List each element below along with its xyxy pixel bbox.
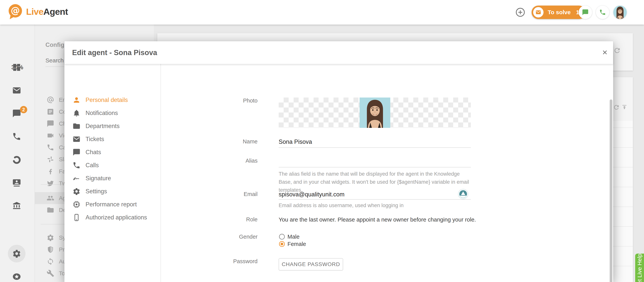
academy-icon[interactable] [12,201,21,210]
email-input[interactable]: spisova@qualityunit.com [279,191,344,198]
call-icon [46,144,54,151]
upload-icon[interactable] [621,104,628,111]
agents-icon [46,194,54,202]
logo-text-live: Live [26,7,43,17]
refresh-icon[interactable] [613,47,621,54]
bell-icon [72,109,80,117]
smartphone-icon [72,213,80,221]
divider [160,64,161,282]
system-icon [46,234,54,241]
to-solve-button[interactable]: To solve 1 [532,6,586,19]
app-header: @ LiveAgent To solve 1 [0,0,644,25]
modal-title: Edit agent - Sona Pisova [72,49,157,57]
gear-icon [72,187,80,195]
tab-personal-details[interactable]: Personal details [64,94,160,106]
to-solve-label: To solve [548,9,570,16]
tab-signature[interactable]: Signature [64,173,160,184]
envelope-icon [533,7,544,18]
tab-notifications[interactable]: Notifications [64,107,160,119]
tab-chats[interactable]: Chats [64,146,160,158]
get-live-help-tab[interactable]: Get Live Help [635,253,644,282]
chat-icon [46,120,54,127]
donut-chart-icon[interactable] [12,155,21,164]
phone-icon[interactable] [12,132,21,141]
add-new-button[interactable] [515,7,526,18]
tab-calls[interactable]: Calls [64,160,160,171]
facebook-icon [46,168,54,175]
gender-label: Gender [177,234,258,240]
alias-helper-text: The alias field is the name that will be… [279,170,472,194]
modal-header: Edit agent - Sona Pisova [64,41,613,64]
refresh-icon[interactable] [613,104,620,111]
role-label: Role [177,216,258,223]
chat-icon [582,9,589,16]
gender-male-radio[interactable] [279,234,285,239]
calls-button[interactable] [596,6,609,19]
star-circle-icon[interactable] [12,272,21,281]
modal-body: Personal details Notifications Departmen… [64,64,613,282]
person-icon [72,96,80,104]
dashboard-icon[interactable] [12,63,21,72]
departments-icon [46,206,54,214]
photo-dropzone[interactable] [279,98,471,128]
automation-icon [46,258,54,265]
email-helper-text: Email address is also username, used whe… [279,201,472,209]
tab-authorized-applications[interactable]: Authorized applications [64,212,160,223]
twitter-icon [46,179,54,187]
gender-female-label[interactable]: Female [288,241,306,247]
shield-icon [46,246,54,253]
liveagent-logo: @ LiveAgent [6,3,68,20]
tab-tickets[interactable]: Tickets [64,133,160,145]
chats-button[interactable] [578,6,592,19]
video-icon [46,132,54,139]
edit-agent-modal: Edit agent - Sona Pisova Personal detail… [64,41,613,282]
email-label: Email [177,191,258,197]
contact-card-icon[interactable] [12,178,21,187]
svg-text:@: @ [11,5,20,16]
liveagent-logo-icon: @ [6,3,24,20]
change-password-button[interactable]: CHANGE PASSWORD [279,258,343,270]
user-avatar[interactable] [613,6,627,19]
role-text: You are the last owner. Please appoint a… [279,216,476,223]
alias-label: Alias [177,158,258,164]
gear-icon[interactable] [12,249,21,258]
folder-icon [72,122,80,130]
tab-performance-report[interactable]: Performance report [64,199,160,210]
mail-icon[interactable] [12,86,21,95]
name-label: Name [177,138,258,145]
tab-departments[interactable]: Departments [64,120,160,132]
agent-photo [360,98,390,128]
get-live-help-label: Get Live Help [636,253,643,282]
tools-icon [46,269,54,277]
plus-circle-icon [515,7,526,18]
gender-female-radio[interactable] [279,241,285,247]
close-icon[interactable] [600,47,610,57]
gender-male-label[interactable]: Male [288,234,300,240]
at-icon [46,96,54,104]
chat-icon [72,148,80,156]
app-screen: Configur Em Co Ch Vid Ca Sla Fa [0,0,644,282]
name-input[interactable]: Sona Pisova [279,138,312,145]
modal-scrollbar[interactable] [610,99,612,282]
icon-sidebar: 30% 2 [0,25,35,282]
name-underline [279,147,471,148]
alias-underline [279,167,471,167]
signature-icon [72,174,80,182]
phone-icon [599,9,606,16]
nordpass-icon[interactable] [458,189,468,200]
photo-label: Photo [177,98,258,104]
ticket-count-badge: 2 [20,106,27,113]
chip-icon [72,200,80,208]
article-icon [46,108,54,116]
envelope-icon [72,135,80,143]
slack-icon [46,155,54,163]
email-underline [279,199,471,200]
logo-text-agent: Agent [43,7,68,17]
password-label: Password [177,258,258,264]
phone-icon [72,161,80,169]
tab-settings[interactable]: Settings [64,186,160,197]
